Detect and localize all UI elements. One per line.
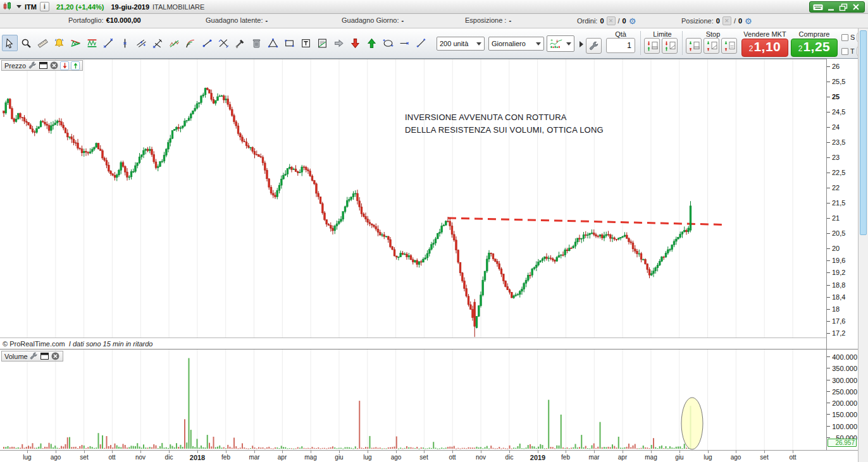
time-tick-mark [396,451,397,453]
time-tick-label: 2019 [530,454,545,461]
stop-order-button-1[interactable] [686,38,702,54]
chart-annotation-text[interactable]: INVERSIONE AVVENUTA CON ROTTURA DELLLA R… [405,111,604,137]
time-tick-label: set [80,454,88,461]
limit-order-button-2[interactable] [662,38,678,54]
limit-order-button-1[interactable] [644,38,660,54]
zigzag-regression-tool-button[interactable] [166,35,182,51]
volume-panel-title: Volume [4,353,28,360]
time-axis[interactable]: lugagosetottnovdic2018febmaraprmaggiulug… [0,450,858,462]
time-tick-label: mar [588,454,599,461]
instrument-dropdown-caret[interactable] [16,5,22,8]
volume-settings-wrench-icon[interactable] [30,352,39,361]
price-tick-mark [827,157,830,158]
price-window-icon[interactable] [39,61,47,70]
position-settings-gear-icon[interactable]: ⚙ [745,17,752,25]
time-tick-label: dic [505,454,514,461]
time-tick-label: apr [618,454,627,461]
info-button[interactable]: i [40,2,49,11]
triangle-shape-tool-button[interactable] [265,35,281,51]
minimize-button[interactable] [825,3,836,11]
price-chart-panel[interactable] [0,59,827,337]
sell-market-button[interactable]: 21,10 [741,39,788,57]
candlestick-chart[interactable] [0,59,827,338]
price-move-up-icon[interactable] [71,61,80,70]
arrow-down-tool-button[interactable] [347,35,363,51]
text-tool-button[interactable] [298,35,314,51]
volume-tick-label: 100.000 [832,423,857,430]
alert-bell-tool-button[interactable] [51,35,67,51]
latent-gain-field: Guadagno latente: - [206,16,268,24]
volume-highlight-ellipse [681,398,703,449]
limit-label: Limite [644,30,681,38]
zoom-tool-button[interactable] [18,35,34,51]
price-panel-title: Prezzo [4,62,26,70]
volume-tick-label: 350.000 [832,365,857,372]
stop-order-button-3[interactable] [721,38,737,54]
position-close-icon[interactable]: ✕ [722,16,731,25]
chart-style-button[interactable] [547,35,574,52]
order-settings-wrench-button[interactable] [586,38,602,54]
horizontal-segment-tool-button[interactable] [397,35,412,51]
time-tick-mark [566,451,566,453]
price-move-down-icon[interactable] [60,61,69,70]
close-button[interactable] [850,3,862,11]
timeframe-select[interactable]: Giornaliero [488,37,544,51]
volume-chart-panel[interactable] [0,350,827,450]
price-tick-mark [827,321,830,322]
orders-cancel-icon[interactable]: ✕ [607,16,616,25]
price-close-icon[interactable] [49,61,58,70]
buy-market-button[interactable]: 21,25 [791,39,838,57]
volume-chart[interactable] [0,350,827,450]
volume-close-icon[interactable] [51,352,60,361]
ellipse-tool-button[interactable] [380,35,396,51]
segment-tool-button[interactable] [199,35,215,51]
time-tick-label: giu [675,454,683,461]
note-annotation-tool-button[interactable] [314,35,330,51]
units-select[interactable]: 200 unità [437,37,485,51]
time-tick-mark [509,451,510,453]
price-settings-wrench-icon[interactable] [28,61,37,70]
candlestick-instrument-icon[interactable] [3,1,13,12]
arrow-up-tool-button[interactable] [364,35,380,51]
time-tick-label: nov [135,454,146,461]
keyboard-icon[interactable] [812,3,824,11]
time-tick-mark [481,451,481,453]
trendline-tool-button[interactable] [101,35,116,51]
expand-panel-arrow[interactable] [580,41,583,47]
time-tick-mark [623,451,623,453]
time-tick-mark [169,451,170,453]
time-tick-mark [736,451,736,453]
arrow-right-tool-button[interactable] [331,35,347,51]
price-tick-label: 22 [832,184,840,191]
trash-tool-button[interactable] [249,35,264,51]
scrollbar-thumb[interactable] [860,30,867,235]
exposure-value: - [509,16,511,24]
rectangle-shape-tool-button[interactable] [282,35,297,51]
restore-button[interactable] [838,3,849,11]
time-tick-mark [708,451,709,453]
parallel-lines-tool-button[interactable] [133,35,149,51]
ticker-symbol[interactable]: ITM [25,3,37,11]
vertical-scrollbar[interactable] [858,28,868,462]
volume-axis[interactable]: 400.000350.000300.000250.000200.000150.0… [827,350,858,450]
pointer-tool-button[interactable] [2,35,18,51]
crossed-segments-tool-button[interactable] [216,35,232,51]
drawing-toolbar: 200 unità Giornaliero Qtà 1 Limite [0,28,868,59]
tools-wrench-hammer-button[interactable] [232,35,248,51]
ruler-tool-button[interactable] [35,35,51,51]
pattern-triangle-tool-button[interactable] [68,35,84,51]
diagonal-segment-tool-button[interactable] [413,35,429,51]
fan-arcs-tool-button[interactable] [183,35,199,51]
pitchfork-tool-button[interactable] [150,35,166,51]
stop-order-button-2[interactable] [704,38,719,54]
volume-window-icon[interactable] [40,352,49,361]
qty-input[interactable]: 1 [606,38,635,53]
take-profit-checkbox[interactable] [841,48,848,55]
pattern-channel-tool-button[interactable] [84,35,100,51]
orders-settings-gear-icon[interactable]: ⚙ [629,17,636,25]
vertical-line-tool-button[interactable] [117,35,133,51]
portfolio-value: €10.000,00 [106,16,141,24]
time-tick-mark [311,451,311,453]
stop-loss-checkbox[interactable] [841,34,848,41]
price-axis[interactable]: 2625,52524,52423,52322,52221,52120,52019… [827,59,858,349]
